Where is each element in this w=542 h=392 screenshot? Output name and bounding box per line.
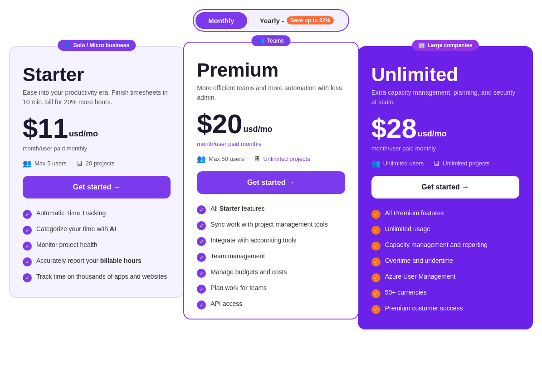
list-item: ✓ Overtime and undertime — [371, 257, 519, 266]
check-icon: ✓ — [197, 269, 206, 278]
starter-badge: 👤 Solo / Micro business — [58, 40, 135, 51]
check-icon: ✓ — [371, 210, 381, 219]
starter-plan-name: Starter — [23, 65, 171, 84]
unlimited-price-note: month/user paid monthly — [371, 145, 519, 152]
list-item: ✓ Track time on thousands of apps and we… — [23, 273, 171, 282]
list-item: ✓ All Premium features — [371, 209, 519, 219]
unlimited-projects-text: Unlimited projects — [443, 160, 489, 167]
feature-text: All Premium features — [385, 209, 444, 217]
check-icon: ✓ — [197, 285, 206, 294]
list-item: ✓ Categorize your time with AI — [23, 225, 171, 235]
check-icon: ✓ — [371, 257, 381, 266]
starter-users-limit: 👥 Max 5 users — [23, 159, 67, 168]
list-item: ✓ Unlimited usage — [371, 225, 519, 235]
pricing-cards: 👤 Solo / Micro business Starter Ease int… — [9, 46, 533, 329]
list-item: ✓ Premium customer success — [371, 305, 519, 314]
feature-text: Integrate with accounting tools — [210, 237, 296, 244]
premium-price-note: month/user paid monthly — [197, 140, 345, 147]
feature-text: Automatic Time Tracking — [36, 209, 106, 217]
list-item: ✓ All Starter features — [197, 205, 345, 214]
unlimited-badge-icon: 🏢 — [418, 42, 425, 48]
billing-toggle[interactable]: Monthly Yearly - Save up to 22% — [193, 9, 349, 32]
feature-text: Azure User Management — [385, 273, 456, 280]
starter-cta-button[interactable]: Get started → — [23, 176, 171, 198]
check-icon: ✓ — [371, 289, 381, 298]
feature-text: Overtime and undertime — [385, 257, 453, 264]
check-icon: ✓ — [23, 257, 32, 266]
list-item: ✓ Team management — [197, 252, 345, 262]
feature-text: 50+ currencies — [385, 289, 427, 296]
check-icon: ✓ — [23, 226, 32, 235]
premium-cta-button[interactable]: Get started → — [197, 171, 345, 194]
feature-text: Premium customer success — [385, 305, 463, 312]
premium-price-suffix: usd/mo — [243, 125, 272, 134]
check-icon: ✓ — [371, 273, 381, 282]
unlimited-price: $28 — [371, 115, 417, 142]
unlimited-plan-name: Unlimited — [371, 65, 519, 84]
yearly-toggle-btn[interactable]: Yearly - Save up to 22% — [247, 12, 347, 29]
starter-features: ✓ Automatic Time Tracking ✓ Categorize y… — [23, 209, 171, 282]
unlimited-cta-button[interactable]: Get started → — [371, 176, 519, 198]
unlimited-price-suffix: usd/mo — [418, 129, 447, 139]
users-icon: 👥 — [371, 159, 381, 168]
list-item: ✓ Accurately report your billable hours — [23, 257, 171, 266]
list-item: ✓ Integrate with accounting tools — [197, 237, 345, 246]
starter-price: $11 — [23, 115, 68, 142]
monitor-icon: 🖥 — [253, 155, 260, 163]
starter-card: 👤 Solo / Micro business Starter Ease int… — [9, 46, 184, 298]
list-item: ✓ Monitor project health — [23, 241, 171, 251]
check-icon: ✓ — [371, 242, 381, 251]
premium-users-limit: 👥 Max 50 users — [197, 155, 244, 163]
feature-text: Team management — [210, 252, 265, 260]
check-icon: ✓ — [23, 210, 32, 219]
starter-description: Ease into your productivity era. Finish … — [23, 88, 171, 107]
premium-card: 👥 Teams Premium More efficient teams and… — [183, 42, 358, 319]
monthly-toggle-btn[interactable]: Monthly — [195, 12, 247, 29]
unlimited-limits: 👥 Unlimited users 🖥 Unlimited projects — [371, 159, 519, 168]
check-icon: ✓ — [197, 300, 206, 310]
unlimited-card: 🏢 Large companies Unlimited Extra capaci… — [358, 46, 533, 329]
list-item: ✓ API access — [197, 300, 345, 310]
feature-text: Sync work with project management tools — [210, 221, 327, 228]
premium-badge: 👥 Teams — [252, 35, 290, 46]
feature-text: Monitor project health — [36, 241, 98, 248]
premium-limits: 👥 Max 50 users 🖥 Unlimited projects — [197, 155, 345, 163]
check-icon: ✓ — [197, 237, 206, 246]
list-item: ✓ Capacity management and reporting — [371, 241, 519, 251]
feature-text: Categorize your time with AI — [36, 225, 116, 232]
feature-text: API access — [210, 300, 242, 307]
check-icon: ✓ — [197, 253, 206, 262]
starter-users-text: Max 5 users — [34, 160, 67, 167]
premium-plan-name: Premium — [197, 61, 345, 80]
starter-limits: 👥 Max 5 users 🖥 20 projects — [23, 159, 171, 168]
premium-features: ✓ All Starter features ✓ Sync work with … — [197, 205, 345, 310]
unlimited-badge: 🏢 Large companies — [412, 40, 479, 51]
check-icon: ✓ — [371, 226, 381, 235]
starter-badge-icon: 👤 — [64, 42, 71, 48]
save-badge: Save up to 22% — [287, 16, 334, 24]
list-item: ✓ Sync work with project management tool… — [197, 221, 345, 230]
starter-projects-limit: 🖥 20 projects — [76, 160, 115, 168]
yearly-label: Yearly - — [260, 17, 284, 24]
unlimited-badge-label: Large companies — [427, 42, 472, 48]
list-item: ✓ Plan work for teams — [197, 284, 345, 294]
users-icon: 👥 — [197, 155, 206, 163]
starter-projects-text: 20 projects — [86, 160, 115, 167]
users-icon: 👥 — [23, 159, 32, 168]
monitor-icon: 🖥 — [76, 160, 83, 168]
list-item: ✓ Manage budgets and costs — [197, 268, 345, 278]
premium-price-row: $20 usd/mo — [197, 111, 345, 138]
premium-badge-icon: 👥 — [258, 38, 265, 44]
feature-text: Manage budgets and costs — [210, 268, 287, 276]
unlimited-users-text: Unlimited users — [383, 160, 424, 167]
feature-text: Accurately report your billable hours — [36, 257, 142, 264]
premium-projects-limit: 🖥 Unlimited projects — [253, 155, 310, 163]
list-item: ✓ 50+ currencies — [371, 289, 519, 298]
starter-price-suffix: usd/mo — [69, 129, 98, 139]
premium-users-text: Max 50 users — [209, 155, 244, 162]
check-icon: ✓ — [23, 242, 32, 251]
premium-projects-text: Unlimited projects — [263, 155, 310, 162]
feature-text: Plan work for teams — [210, 284, 267, 291]
list-item: ✓ Azure User Management — [371, 273, 519, 282]
starter-price-note: month/user paid monthly — [23, 145, 171, 152]
